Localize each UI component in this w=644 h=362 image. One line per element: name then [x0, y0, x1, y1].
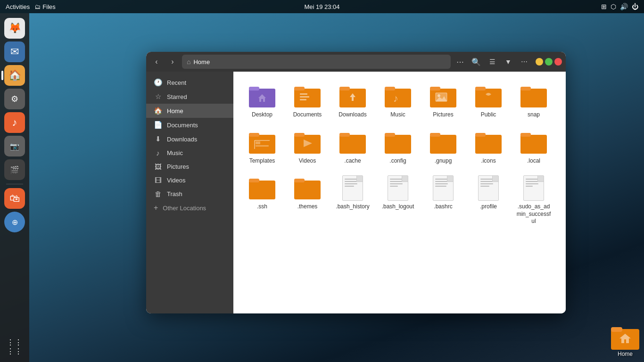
- media-icon: 🎬: [10, 165, 19, 174]
- svg-rect-32: [339, 133, 350, 137]
- svg-rect-41: [249, 181, 275, 199]
- file-item-music[interactable]: ♪ Music: [377, 79, 419, 123]
- sudo-file-icon: [520, 175, 547, 201]
- sidebar-item-starred[interactable]: ☆ Starred: [146, 90, 233, 104]
- profile-file-icon: [475, 175, 502, 201]
- add-location-icon: +: [154, 204, 158, 212]
- more-options-button[interactable]: ⋯: [518, 55, 531, 68]
- sort-button[interactable]: ▼: [502, 55, 515, 68]
- list-toggle-button[interactable]: ☰: [486, 55, 499, 68]
- dock-separator: [6, 184, 23, 184]
- gnupg-label: .gnupg: [435, 157, 452, 165]
- svg-rect-39: [520, 135, 547, 154]
- sidebar-item-home[interactable]: 🏠 Home: [146, 104, 233, 118]
- sidebar-item-recent[interactable]: 🕐 Recent: [146, 75, 233, 90]
- svg-rect-8: [339, 87, 350, 90]
- back-button[interactable]: ‹: [150, 55, 163, 68]
- dock-item-settings[interactable]: ⚙: [4, 89, 25, 109]
- search-button[interactable]: 🔍: [470, 55, 483, 68]
- window-controls: ─ □ ✕: [536, 58, 562, 66]
- sidebar-item-pictures[interactable]: 🖼 Pictures: [146, 160, 233, 173]
- file-item-pictures[interactable]: Pictures: [422, 79, 464, 123]
- svg-rect-5: [300, 96, 309, 98]
- file-item-templates[interactable]: Templates: [241, 125, 283, 169]
- bluetooth-icon[interactable]: ⬡: [611, 3, 616, 10]
- file-item-downloads[interactable]: Downloads: [331, 79, 374, 123]
- file-item-public[interactable]: Public: [467, 79, 510, 123]
- file-manager-body: 🕐 Recent ☆ Starred 🏠 Home 📄 Documents ⬇ …: [146, 72, 566, 313]
- pictures-sidebar-icon: 🖼: [154, 163, 162, 171]
- location-bar[interactable]: ⌂ Home: [182, 55, 451, 69]
- ssh-folder-icon: [249, 175, 275, 201]
- file-item-themes[interactable]: .themes: [286, 171, 329, 229]
- grid-icon[interactable]: ⊞: [601, 3, 607, 10]
- ssh-label: .ssh: [257, 203, 267, 211]
- grid-dots-icon: ⋮⋮⋮⋮: [7, 338, 23, 356]
- snap-label: snap: [528, 111, 540, 119]
- sidebar-item-videos[interactable]: 🎞 Videos: [146, 173, 233, 187]
- sidebar-item-downloads[interactable]: ⬇ Downloads: [146, 132, 233, 146]
- starred-icon: ☆: [154, 92, 162, 101]
- file-item-documents[interactable]: Documents: [286, 79, 329, 123]
- sidebar-item-documents[interactable]: 📄 Documents: [146, 118, 233, 132]
- topbar-left: Activities 🗂 Files: [6, 3, 56, 10]
- file-item-snap[interactable]: snap: [512, 79, 555, 123]
- cache-folder-icon: [339, 129, 366, 156]
- dock-item-thunderbird[interactable]: ✉: [4, 41, 25, 62]
- gnupg-folder-icon: [430, 129, 456, 156]
- templates-folder-icon: [249, 129, 275, 156]
- svg-rect-4: [300, 93, 307, 95]
- forward-button[interactable]: ›: [166, 55, 179, 68]
- file-item-bashrc[interactable]: .bashrc: [422, 171, 464, 229]
- file-item-config[interactable]: .config: [377, 125, 419, 169]
- file-item-sudo[interactable]: .sudo_as_admin_successful: [512, 171, 555, 229]
- sidebar: 🕐 Recent ☆ Starred 🏠 Home 📄 Documents ⬇ …: [146, 72, 233, 313]
- close-button[interactable]: ✕: [554, 58, 562, 66]
- dock-item-help[interactable]: ⊕: [4, 212, 25, 232]
- sidebar-item-music[interactable]: ♪ Music: [146, 146, 233, 160]
- volume-icon[interactable]: 🔊: [620, 3, 628, 10]
- bashrc-file-icon: [430, 175, 456, 201]
- config-folder-icon: [385, 129, 411, 156]
- file-item-desktop[interactable]: Desktop: [241, 79, 283, 123]
- svg-rect-3: [294, 87, 305, 90]
- file-item-icons[interactable]: .icons: [467, 125, 510, 169]
- file-item-cache[interactable]: .cache: [331, 125, 374, 169]
- file-item-profile[interactable]: .profile: [467, 171, 510, 229]
- documents-icon: 📄: [154, 121, 162, 129]
- store-icon: 🛍: [9, 192, 20, 205]
- dock-item-screenshot[interactable]: 📷: [4, 136, 25, 156]
- file-item-local[interactable]: .local: [512, 125, 555, 169]
- svg-rect-21: [520, 87, 531, 90]
- file-item-videos[interactable]: Videos: [286, 125, 329, 169]
- power-icon[interactable]: ⏻: [632, 3, 638, 10]
- bash-logout-file-icon: [385, 175, 411, 201]
- music-folder-icon: ♪: [385, 83, 411, 109]
- dock-item-store[interactable]: 🛍: [4, 188, 25, 209]
- file-item-bash-history[interactable]: .bash_history: [331, 171, 374, 229]
- videos-label: Videos: [299, 157, 316, 165]
- location-menu-button[interactable]: ⋯: [454, 55, 467, 68]
- dock-item-firefox[interactable]: 🦊: [4, 18, 25, 39]
- file-item-bash-logout[interactable]: .bash_logout: [377, 171, 419, 229]
- desktop-home-folder[interactable]: Home: [611, 325, 639, 357]
- sidebar-item-other-locations[interactable]: + Other Locations: [146, 201, 233, 215]
- activities-button[interactable]: Activities: [6, 3, 30, 10]
- cache-label: .cache: [344, 157, 361, 165]
- dock-item-music[interactable]: ♪: [4, 112, 25, 133]
- screenshot-icon: 📷: [10, 142, 19, 151]
- dock-item-media[interactable]: 🎬: [4, 159, 25, 180]
- file-item-gnupg[interactable]: .gnupg: [422, 125, 464, 169]
- sidebar-item-trash[interactable]: 🗑 Trash: [146, 187, 233, 201]
- topbar-datetime[interactable]: Mei 19 23:04: [304, 3, 339, 10]
- dock-grid-button[interactable]: ⋮⋮⋮⋮: [4, 337, 25, 357]
- maximize-button[interactable]: □: [545, 58, 553, 66]
- file-item-ssh[interactable]: .ssh: [241, 171, 283, 229]
- svg-rect-18: [475, 89, 502, 107]
- videos-folder-icon: [294, 129, 321, 156]
- local-label: .local: [527, 157, 540, 165]
- minimize-button[interactable]: ─: [536, 58, 543, 66]
- dock-item-files[interactable]: 🏠: [4, 65, 25, 86]
- icons-label: .icons: [481, 157, 495, 165]
- files-icon: 🗂: [34, 3, 41, 10]
